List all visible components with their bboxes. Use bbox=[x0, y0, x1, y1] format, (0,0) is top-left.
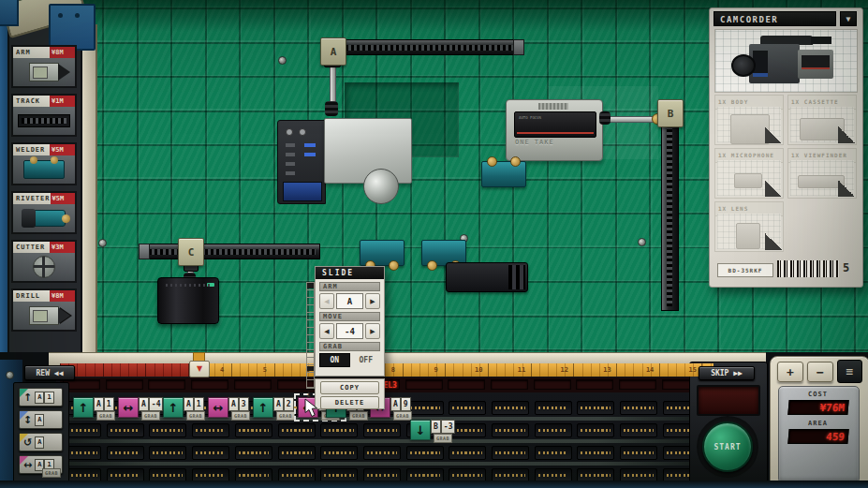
product-dropdown-button[interactable]: ▼ bbox=[840, 11, 857, 26]
timeline-socket[interactable] bbox=[64, 423, 101, 437]
timeline-socket[interactable] bbox=[320, 446, 358, 460]
timeline-ruler-elapsed bbox=[60, 363, 197, 377]
rotate-part-button[interactable] bbox=[765, 180, 782, 197]
instruction-chip[interactable]: ↔A-4GRAB bbox=[118, 397, 163, 418]
timeline-socket[interactable] bbox=[620, 401, 657, 415]
console-button bbox=[286, 171, 295, 175]
skip-button[interactable]: SKIP ▶▶ bbox=[699, 366, 755, 380]
mouse-cursor bbox=[304, 398, 319, 418]
fabricator-screen bbox=[283, 182, 322, 201]
cabinet-frame-beam bbox=[82, 24, 97, 362]
arm-b-slider[interactable]: B bbox=[657, 99, 684, 127]
one-take-cassette-deck[interactable]: AUTO FOCUS ONE TAKE bbox=[506, 99, 603, 161]
tool-price-tag: ¥8M bbox=[50, 47, 75, 58]
timeline-socket[interactable] bbox=[577, 401, 614, 415]
playhead-marker[interactable]: ▼ bbox=[189, 361, 210, 377]
timeline-socket[interactable] bbox=[535, 401, 572, 415]
palette-item-pink[interactable]: ↔A1GRAB bbox=[19, 455, 63, 474]
timeline-socket[interactable] bbox=[363, 423, 401, 437]
instruction-chip[interactable]: ↓B-3GRAB bbox=[410, 420, 455, 440]
timeline-socket[interactable] bbox=[577, 446, 614, 460]
part-silhouette bbox=[734, 173, 762, 188]
track-a-rail[interactable] bbox=[341, 39, 524, 55]
timeline-socket[interactable] bbox=[492, 446, 529, 460]
palette-item-blue[interactable]: ↕A bbox=[19, 410, 63, 429]
timeline-led-display bbox=[106, 379, 143, 390]
tool-card-riveter[interactable]: RIVETER¥5M bbox=[11, 191, 77, 234]
arm-c-slider[interactable]: C bbox=[178, 238, 204, 266]
arm-prev-button[interactable]: ◀ bbox=[319, 293, 334, 309]
start-led-display bbox=[697, 385, 760, 416]
timeline-socket[interactable] bbox=[535, 423, 572, 437]
timeline-socket[interactable] bbox=[235, 423, 272, 437]
instruction-chip[interactable]: ↑A1GRAB bbox=[73, 397, 114, 418]
timeline-socket[interactable] bbox=[406, 446, 444, 460]
timeline-socket[interactable] bbox=[107, 423, 144, 437]
tool-card-arm[interactable]: ARM¥8M bbox=[11, 45, 77, 88]
palette-item-green[interactable]: ↑A1 bbox=[19, 388, 63, 407]
tool-card-welder[interactable]: WELDER¥5M bbox=[11, 142, 77, 185]
timeline-socket[interactable] bbox=[192, 446, 229, 460]
rewind-button[interactable]: REW ◀◀ bbox=[24, 365, 75, 380]
timeline-socket[interactable] bbox=[449, 446, 486, 460]
timeline-socket[interactable] bbox=[577, 423, 614, 437]
timeline-socket[interactable] bbox=[620, 446, 657, 460]
rotate-part-button[interactable] bbox=[765, 233, 782, 250]
welder-unit[interactable] bbox=[481, 161, 526, 187]
timeline-socket[interactable] bbox=[107, 446, 144, 460]
timeline-socket[interactable] bbox=[149, 423, 186, 437]
arm-icon bbox=[29, 63, 59, 81]
chip-grab-tag: GRAB bbox=[96, 411, 115, 421]
timeline-socket[interactable] bbox=[492, 401, 529, 415]
delete-button[interactable]: DELETE bbox=[320, 396, 379, 409]
welder-unit[interactable] bbox=[360, 240, 405, 266]
tool-card-cutter[interactable]: CUTTER¥3M bbox=[11, 240, 77, 283]
timeline-socket[interactable] bbox=[535, 446, 572, 460]
timeline-socket[interactable] bbox=[278, 446, 316, 460]
instruction-chip[interactable]: ↑A2GRAB bbox=[253, 397, 294, 418]
chip-label-boxes: A-4 bbox=[139, 397, 163, 411]
copy-button[interactable]: COPY bbox=[320, 381, 379, 394]
zoom-out-button[interactable]: − bbox=[807, 362, 833, 382]
menu-button[interactable]: ≡ bbox=[837, 360, 862, 383]
timeline-socket[interactable] bbox=[192, 423, 229, 437]
tool-name-label: DRILL bbox=[13, 290, 50, 302]
start-button[interactable]: START bbox=[702, 421, 753, 472]
metal-sphere-part[interactable] bbox=[363, 169, 399, 204]
palette-item-yellow[interactable]: ↺A bbox=[19, 433, 63, 451]
timeline-socket[interactable] bbox=[235, 446, 272, 460]
deck-display-window: AUTO FOCUS bbox=[514, 111, 596, 138]
rotate-part-button[interactable] bbox=[838, 126, 855, 143]
timeline-socket[interactable] bbox=[64, 446, 101, 460]
timeline-socket[interactable] bbox=[363, 446, 401, 460]
camera-lens-part[interactable] bbox=[157, 277, 219, 324]
zoom-in-button[interactable]: + bbox=[777, 362, 803, 382]
tool-card-track[interactable]: TRACK¥1M bbox=[11, 94, 77, 137]
bottom-trim bbox=[0, 481, 868, 488]
timeline-socket[interactable] bbox=[449, 401, 486, 415]
move-decrease-button[interactable]: ◀ bbox=[319, 323, 334, 339]
track-b-rail[interactable] bbox=[661, 124, 679, 311]
ruler-number: 10 bbox=[475, 366, 482, 374]
timeline-socket[interactable] bbox=[492, 423, 529, 437]
chip-arm-label: A bbox=[94, 397, 104, 411]
rotate-part-button[interactable] bbox=[765, 126, 782, 143]
popup-position-ruler[interactable] bbox=[306, 282, 315, 389]
microphone-part[interactable] bbox=[446, 262, 528, 292]
rotate-part-button[interactable] bbox=[838, 180, 855, 197]
timeline-socket[interactable] bbox=[149, 446, 186, 460]
timeline-socket[interactable] bbox=[320, 423, 358, 437]
track-c-rail[interactable] bbox=[139, 244, 320, 259]
timeline-socket[interactable] bbox=[278, 423, 316, 437]
grab-off-toggle[interactable]: OFF bbox=[352, 353, 381, 367]
grab-on-toggle[interactable]: ON bbox=[319, 353, 350, 367]
arm-a-slider[interactable]: A bbox=[320, 37, 346, 66]
timeline-socket[interactable] bbox=[620, 423, 657, 437]
instruction-chip[interactable]: ↔A3GRAB bbox=[208, 397, 249, 418]
product-quantity: 5 bbox=[843, 261, 849, 274]
instruction-chip[interactable]: ↑A1GRAB bbox=[163, 397, 204, 418]
tool-card-drill[interactable]: DRILL¥8M bbox=[11, 288, 77, 332]
ruler-number: 9 bbox=[434, 366, 437, 374]
arm-next-button[interactable]: ▶ bbox=[365, 293, 380, 309]
move-increase-button[interactable]: ▶ bbox=[365, 323, 380, 339]
